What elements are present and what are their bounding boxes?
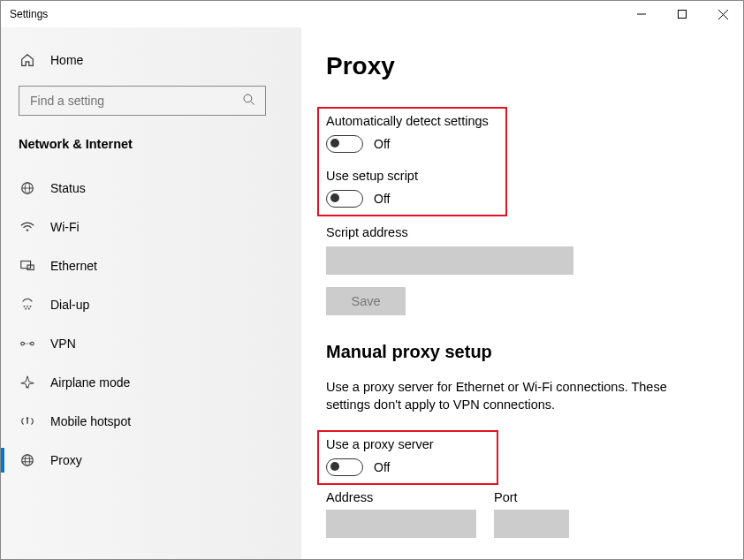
sidebar-item-proxy[interactable]: Proxy (1, 441, 301, 480)
svg-point-23 (25, 455, 29, 466)
svg-point-15 (25, 308, 27, 310)
sidebar-item-label: Wi-Fi (50, 220, 80, 234)
main-content: Proxy Automatically detect settings Off … (301, 27, 743, 559)
sidebar-item-label: Ethernet (50, 259, 97, 273)
svg-point-12 (24, 306, 26, 307)
setup-script-state: Off (374, 192, 390, 206)
save-button[interactable]: Save (326, 287, 406, 315)
port-label: Port (494, 490, 569, 504)
sidebar-item-label: Proxy (50, 453, 82, 467)
svg-point-16 (28, 308, 30, 310)
search-icon (242, 93, 256, 110)
script-address-label: Script address (326, 225, 718, 239)
highlight-box-manual: Use a proxy server Off (317, 430, 498, 485)
close-button[interactable] (702, 1, 743, 27)
svg-point-22 (22, 455, 34, 466)
sidebar-item-label: Dial-up (50, 298, 89, 312)
search-box[interactable] (19, 86, 266, 116)
svg-point-9 (27, 229, 28, 231)
sidebar-item-label: Status (50, 181, 86, 195)
sidebar-item-status[interactable]: Status (1, 169, 301, 208)
search-input[interactable] (28, 93, 240, 109)
sidebar-item-airplane[interactable]: Airplane mode (1, 363, 301, 402)
sidebar-item-wifi[interactable]: Wi-Fi (1, 208, 301, 246)
highlight-box-auto: Automatically detect settings Off Use se… (317, 107, 507, 216)
sidebar-item-ethernet[interactable]: Ethernet (1, 246, 301, 285)
sidebar-item-label: VPN (50, 337, 76, 351)
wifi-icon (19, 219, 36, 235)
hotspot-icon (19, 413, 36, 429)
svg-line-5 (251, 101, 254, 104)
minimize-button[interactable] (621, 1, 662, 27)
status-icon (19, 180, 36, 196)
address-input[interactable] (326, 510, 476, 538)
sidebar: Home Network & Internet Status Wi-Fi (1, 27, 301, 559)
auto-detect-state: Off (374, 137, 390, 151)
auto-detect-toggle[interactable] (326, 135, 363, 153)
svg-point-13 (27, 306, 28, 307)
sidebar-item-vpn[interactable]: VPN (1, 324, 301, 363)
page-title: Proxy (326, 52, 718, 80)
sidebar-item-hotspot[interactable]: Mobile hotspot (1, 402, 301, 441)
home-label: Home (50, 53, 83, 67)
use-proxy-label: Use a proxy server (326, 437, 488, 451)
window-controls (621, 1, 743, 27)
address-label: Address (326, 490, 476, 504)
sidebar-item-dialup[interactable]: Dial-up (1, 285, 301, 324)
sidebar-section-title: Network & Internet (1, 133, 301, 169)
auto-detect-label: Automatically detect settings (326, 114, 497, 128)
port-input[interactable] (494, 510, 569, 538)
manual-description: Use a proxy server for Ethernet or Wi-Fi… (326, 378, 697, 414)
sidebar-item-label: Airplane mode (50, 375, 130, 390)
home-nav[interactable]: Home (1, 45, 301, 75)
svg-point-18 (31, 342, 34, 345)
svg-point-14 (30, 306, 32, 307)
vpn-icon (19, 336, 36, 352)
svg-point-21 (27, 417, 28, 419)
manual-heading: Manual proxy setup (326, 342, 718, 362)
script-address-input[interactable] (326, 246, 573, 275)
maximize-button[interactable] (662, 1, 702, 27)
svg-rect-1 (679, 11, 687, 19)
titlebar: Settings (1, 1, 743, 27)
use-proxy-state: Off (374, 460, 390, 474)
sidebar-item-label: Mobile hotspot (50, 414, 131, 428)
use-proxy-toggle[interactable] (326, 458, 363, 476)
setup-script-toggle[interactable] (326, 190, 363, 208)
ethernet-icon (19, 258, 36, 274)
svg-point-4 (244, 95, 252, 102)
window-title: Settings (10, 8, 48, 20)
home-icon (19, 52, 36, 68)
proxy-icon (19, 452, 36, 468)
airplane-icon (19, 375, 36, 390)
svg-point-17 (21, 342, 25, 345)
dialup-icon (19, 297, 36, 313)
setup-script-label: Use setup script (326, 169, 497, 183)
